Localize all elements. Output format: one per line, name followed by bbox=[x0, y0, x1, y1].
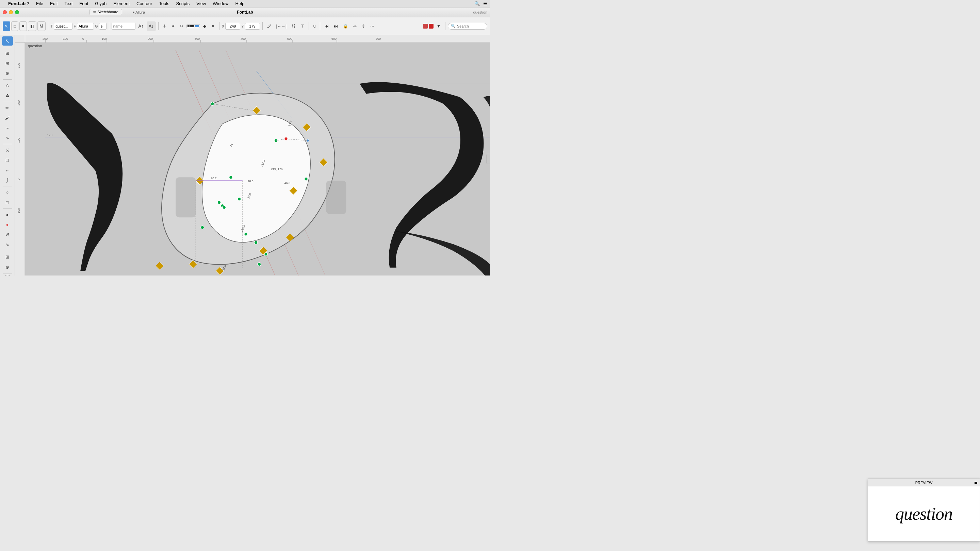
menu-view[interactable]: View bbox=[194, 1, 208, 6]
menu-glyph[interactable]: Glyph bbox=[92, 1, 109, 6]
smooth-tool[interactable]: ∫ bbox=[2, 176, 13, 185]
svg-text:200: 200 bbox=[17, 100, 21, 105]
allura-tab[interactable]: ● Allura bbox=[129, 10, 148, 15]
layer-tool[interactable]: ⊕ bbox=[2, 262, 13, 272]
diamond-btn[interactable]: ◆ bbox=[201, 21, 208, 31]
y-coord-input[interactable] bbox=[245, 23, 260, 30]
more-btn[interactable]: ⋯ bbox=[368, 21, 376, 31]
glyph-name-field[interactable]: quest... bbox=[54, 23, 73, 30]
sort-az-btn[interactable]: A↑ bbox=[137, 21, 146, 31]
ruler-corner bbox=[15, 35, 25, 43]
rect-tool[interactable]: □ bbox=[2, 198, 13, 207]
canvas-svg[interactable]: 173 bbox=[25, 43, 490, 275]
x-coord-input[interactable] bbox=[225, 23, 240, 30]
move-tool-btn[interactable]: ✛ bbox=[161, 21, 169, 31]
divider8 bbox=[445, 22, 445, 30]
menu-search-icon: 🔍 bbox=[474, 1, 480, 6]
menu-fontlab7[interactable]: FontLab 7 bbox=[5, 1, 32, 6]
add-tool[interactable]: + bbox=[2, 275, 13, 275]
view-match-btn[interactable]: M bbox=[37, 21, 46, 31]
wave-tool[interactable]: ∿ bbox=[2, 240, 13, 249]
ruler-btn[interactable]: |←→| bbox=[274, 21, 288, 31]
scissors-tool-btn[interactable]: ✂ bbox=[178, 21, 185, 31]
minimize-button[interactable] bbox=[9, 10, 13, 14]
node-edit-btn[interactable]: ⊤ bbox=[299, 21, 306, 31]
pen-tool-btn[interactable]: ✒ bbox=[169, 21, 177, 31]
divider6 bbox=[309, 22, 309, 30]
window-controls bbox=[3, 10, 19, 14]
knife-tool[interactable]: ⚔ bbox=[2, 146, 13, 155]
view-preview-btn[interactable]: ◧ bbox=[28, 21, 37, 31]
x-btn[interactable]: ✕ bbox=[209, 21, 217, 31]
horizontal-ruler: -200 -100 0 100 200 300 400 500 600 700 bbox=[25, 35, 490, 43]
pencil-tool[interactable]: ✏ bbox=[2, 103, 13, 113]
circle-tool[interactable]: ○ bbox=[2, 188, 13, 197]
close-button[interactable] bbox=[3, 10, 7, 14]
brush-tool[interactable]: 🖌 bbox=[2, 113, 13, 122]
text-tool[interactable]: A bbox=[2, 81, 13, 90]
menu-font[interactable]: Font bbox=[76, 1, 91, 6]
view-outline-btn[interactable]: □ bbox=[11, 21, 18, 31]
menu-file[interactable]: File bbox=[33, 1, 46, 6]
name-input[interactable] bbox=[111, 23, 135, 30]
menu-contour[interactable]: Contour bbox=[134, 1, 155, 6]
measure-tool[interactable]: ⊕ bbox=[2, 69, 13, 78]
u-btn[interactable]: u bbox=[311, 21, 318, 31]
menu-text[interactable]: Text bbox=[62, 1, 75, 6]
calligraphy-tool[interactable]: ∼ bbox=[2, 123, 13, 132]
grid-tool[interactable]: ⊞ bbox=[2, 59, 13, 68]
menu-tools[interactable]: Tools bbox=[156, 1, 172, 6]
color-flag-red[interactable] bbox=[423, 24, 428, 29]
left-toolbar: ↖ ⊞ ⊞ ⊕ A 𝗔 ✏ 🖌 ∼ ∿ ⚔ ◻ ⌐ ∫ ○ □ ● ● ↺ ∿ bbox=[0, 35, 15, 275]
font-name-field[interactable]: Allura bbox=[77, 23, 94, 30]
color-swatch-red[interactable] bbox=[429, 24, 434, 29]
transform-tool[interactable]: ⊞ bbox=[2, 49, 13, 58]
next-glyph-btn[interactable]: ⏭ bbox=[332, 21, 340, 31]
sort-za-btn[interactable]: A↓ bbox=[147, 21, 156, 31]
menu-window[interactable]: Window bbox=[210, 1, 231, 6]
divider1 bbox=[48, 22, 48, 30]
svg-text:300: 300 bbox=[17, 63, 21, 68]
node-tool[interactable]: ∿ bbox=[2, 133, 13, 143]
select-tool-btn[interactable]: ↖ bbox=[3, 21, 10, 31]
menu-help[interactable]: Help bbox=[233, 1, 247, 6]
prev-glyph-btn[interactable]: ⏮ bbox=[323, 21, 331, 31]
flip-h-btn[interactable]: ⇔ bbox=[351, 21, 359, 31]
color-dropdown[interactable]: ▼ bbox=[434, 21, 443, 31]
view-filled-btn[interactable]: ■ bbox=[19, 21, 27, 31]
match-icon: M bbox=[40, 24, 43, 29]
canvas-area[interactable]: -200 -100 0 100 200 300 400 500 600 700 bbox=[15, 35, 490, 275]
search-input[interactable] bbox=[457, 24, 484, 28]
corner-tool[interactable]: ⌐ bbox=[2, 166, 13, 175]
grid-selector[interactable] bbox=[186, 24, 200, 28]
menu-scripts[interactable]: Scripts bbox=[173, 1, 192, 6]
type-tool[interactable]: 𝗔 bbox=[2, 91, 13, 100]
glyph-name-label: question bbox=[25, 43, 490, 49]
eye-dropper-btn[interactable]: 🖊 bbox=[265, 21, 273, 31]
fontlab-window-title: FontLab bbox=[237, 10, 253, 14]
preview-icon: ◧ bbox=[30, 24, 34, 29]
fill-circle-tool[interactable]: ● bbox=[2, 210, 13, 219]
menu-list-icon: ☰ bbox=[483, 1, 487, 6]
sketchboard-tab[interactable]: ✏ Sketchboard bbox=[89, 9, 122, 15]
lock-btn[interactable]: 🔒 bbox=[341, 21, 350, 31]
select-tool[interactable]: ↖ bbox=[2, 37, 13, 46]
svg-text:70.2: 70.2 bbox=[211, 176, 216, 180]
grid-overlay-tool[interactable]: ⊞ bbox=[2, 252, 13, 262]
menu-edit[interactable]: Edit bbox=[47, 1, 60, 6]
tool-divider-2 bbox=[3, 79, 12, 79]
menu-element[interactable]: Element bbox=[111, 1, 132, 6]
flip-v-btn[interactable]: ⇕ bbox=[360, 21, 367, 31]
link-btn[interactable]: ⛓ bbox=[290, 21, 298, 31]
glyph-char-field[interactable]: e bbox=[99, 23, 107, 30]
y-coord-label: Y bbox=[241, 24, 243, 28]
fill-square-tool[interactable]: ● bbox=[2, 220, 13, 229]
spiral-tool[interactable]: ↺ bbox=[2, 230, 13, 239]
svg-point-60 bbox=[244, 232, 248, 236]
svg-rect-21 bbox=[15, 43, 25, 275]
eraser-tool[interactable]: ◻ bbox=[2, 156, 13, 165]
tool-divider-7 bbox=[3, 251, 12, 251]
maximize-button[interactable] bbox=[15, 10, 19, 14]
svg-rect-81 bbox=[326, 181, 346, 214]
canvas-content[interactable]: question 173 bbox=[25, 43, 490, 275]
